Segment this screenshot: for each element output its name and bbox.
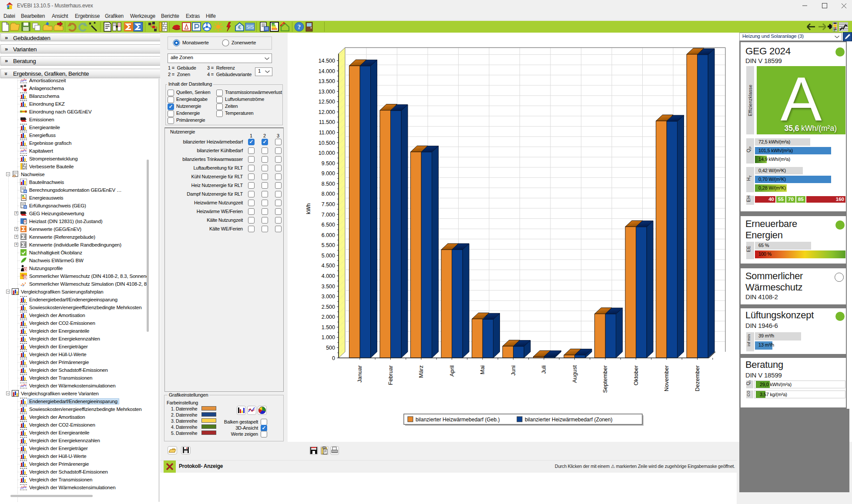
svg-text:März: März: [418, 365, 424, 378]
svg-text:bilanzierter Heizwärmebedarf (: bilanzierter Heizwärmebedarf (Zonen): [525, 417, 612, 423]
svg-text:April: April: [449, 365, 455, 377]
svg-text:?: ?: [298, 23, 301, 30]
svg-text:Januar: Januar: [356, 365, 363, 382]
svg-text:4.500: 4.500: [322, 263, 335, 269]
svg-text:CO²: CO²: [746, 391, 751, 397]
svg-text:11.500: 11.500: [319, 119, 335, 125]
svg-text:inf min: inf min: [746, 334, 751, 347]
svg-text:5.500: 5.500: [322, 242, 335, 248]
svg-text:EE: EE: [746, 246, 751, 252]
svg-text:7.000: 7.000: [322, 212, 335, 218]
svg-text:12.500: 12.500: [319, 99, 335, 105]
svg-text:500: 500: [326, 345, 335, 351]
svg-text:10.000: 10.000: [319, 150, 335, 156]
svg-text:9.000: 9.000: [322, 170, 335, 177]
svg-text:14.000: 14.000: [319, 68, 335, 74]
svg-text:kWh: kWh: [305, 203, 312, 214]
svg-text:2.500: 2.500: [322, 304, 335, 310]
svg-text:EH: EH: [746, 196, 751, 202]
svg-text:Dezember: Dezember: [694, 365, 701, 391]
svg-text:2.000: 2.000: [322, 314, 335, 320]
svg-text:6.500: 6.500: [322, 222, 335, 228]
svg-text:Juli: Juli: [540, 365, 547, 374]
svg-text:5.000: 5.000: [322, 253, 335, 259]
svg-text:14.500: 14.500: [319, 58, 335, 64]
svg-text:September: September: [602, 365, 608, 393]
svg-text:9.500: 9.500: [322, 160, 335, 167]
svg-text:Oktober: Oktober: [633, 365, 639, 385]
svg-text:11.000: 11.000: [319, 130, 335, 136]
svg-text:August: August: [571, 365, 578, 383]
svg-text:13.500: 13.500: [319, 78, 335, 84]
svg-text:bilanzierter Heizwärmebedarf (: bilanzierter Heizwärmebedarf (Geb.): [416, 417, 500, 423]
svg-text:12.000: 12.000: [319, 109, 335, 115]
svg-text:3.000: 3.000: [322, 294, 335, 300]
svg-text:€: €: [238, 24, 241, 30]
svg-text:3.500: 3.500: [322, 284, 335, 290]
svg-text:8.000: 8.000: [322, 191, 335, 197]
svg-text:Februar: Februar: [387, 365, 394, 385]
svg-text:SIS: SIS: [246, 24, 254, 30]
svg-text:1.500: 1.500: [322, 324, 335, 330]
svg-text:6.000: 6.000: [322, 232, 335, 238]
svg-text:4.000: 4.000: [322, 273, 335, 279]
svg-text:HT: HT: [746, 175, 752, 181]
svg-text:0: 0: [332, 355, 335, 361]
svg-text:8.500: 8.500: [322, 181, 335, 187]
svg-text:13.000: 13.000: [319, 89, 335, 95]
svg-text:1.000: 1.000: [322, 334, 335, 340]
svg-text:Qf: Qf: [746, 381, 752, 385]
svg-text:QP: QP: [746, 147, 752, 153]
svg-text:Juni: Juni: [510, 365, 517, 376]
svg-text:Mai: Mai: [479, 365, 486, 374]
svg-text:7.500: 7.500: [322, 201, 335, 207]
svg-text:10.500: 10.500: [319, 140, 335, 146]
svg-text:November: November: [663, 365, 670, 391]
